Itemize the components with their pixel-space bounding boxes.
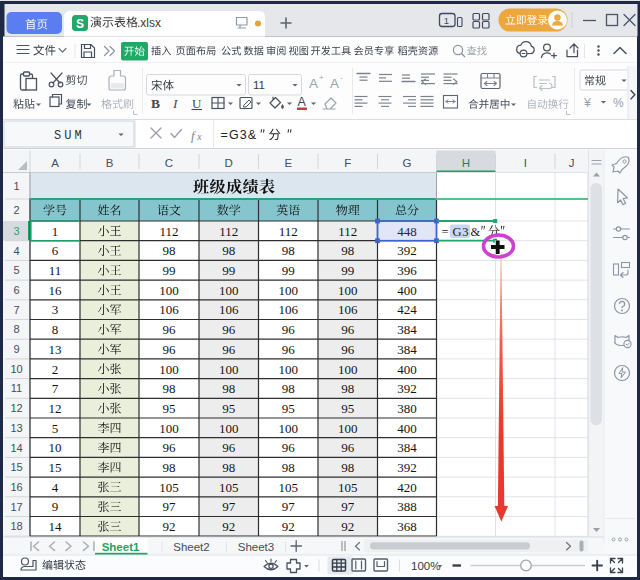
- svg-text:98: 98: [163, 460, 176, 475]
- svg-text:14: 14: [10, 442, 22, 454]
- svg-text:400: 400: [397, 362, 417, 377]
- svg-text:384: 384: [397, 322, 417, 337]
- svg-text:G3: G3: [453, 225, 469, 239]
- svg-text:1: 1: [52, 224, 59, 239]
- svg-text:96: 96: [282, 440, 296, 455]
- svg-text:13: 13: [49, 342, 62, 357]
- svg-text:16: 16: [10, 481, 22, 493]
- svg-text:112: 112: [219, 224, 238, 239]
- svg-text:98: 98: [341, 460, 354, 475]
- svg-text:C: C: [165, 157, 173, 169]
- svg-text:95: 95: [222, 401, 235, 416]
- svg-text:384: 384: [397, 342, 417, 357]
- svg-text:100: 100: [338, 362, 358, 377]
- svg-text:368: 368: [397, 519, 417, 534]
- svg-text:98: 98: [163, 381, 176, 396]
- svg-text:396: 396: [397, 263, 417, 278]
- svg-text:392: 392: [397, 460, 417, 475]
- svg-text:92: 92: [163, 519, 176, 534]
- svg-text:96: 96: [341, 322, 355, 337]
- svg-text:3: 3: [52, 302, 59, 317]
- svg-text:A: A: [298, 95, 307, 109]
- svg-text:9: 9: [13, 343, 19, 355]
- svg-text:7: 7: [13, 304, 19, 316]
- svg-text:1: 1: [444, 15, 449, 26]
- svg-text:10: 10: [49, 440, 62, 455]
- svg-text:92: 92: [341, 519, 354, 534]
- svg-text:SUM: SUM: [54, 129, 85, 143]
- svg-text:10: 10: [10, 363, 22, 375]
- svg-text:Sheet3: Sheet3: [238, 541, 274, 553]
- svg-text:392: 392: [397, 243, 417, 258]
- svg-text:5: 5: [52, 421, 59, 436]
- svg-text:99: 99: [163, 263, 176, 278]
- svg-text:95: 95: [163, 401, 176, 416]
- svg-text:%: %: [613, 96, 624, 110]
- svg-text:100: 100: [279, 421, 299, 436]
- svg-text:96: 96: [163, 440, 177, 455]
- svg-text:3: 3: [13, 225, 19, 237]
- svg-text:B: B: [151, 96, 160, 111]
- svg-text:E: E: [284, 157, 292, 169]
- svg-text:106: 106: [159, 302, 179, 317]
- svg-text:92: 92: [222, 519, 235, 534]
- svg-text:B: B: [106, 157, 114, 169]
- svg-text:F: F: [344, 157, 351, 169]
- svg-text:9: 9: [52, 499, 59, 514]
- svg-text:=G3&: =G3&: [221, 128, 258, 142]
- svg-text:96: 96: [163, 322, 177, 337]
- svg-text:388: 388: [397, 499, 417, 514]
- svg-text:92: 92: [282, 519, 295, 534]
- svg-text:98: 98: [341, 243, 354, 258]
- svg-text:=: =: [442, 225, 449, 239]
- svg-text:380: 380: [397, 401, 417, 416]
- svg-text:98: 98: [222, 381, 235, 396]
- svg-text:A: A: [51, 157, 59, 169]
- svg-text:13: 13: [10, 422, 22, 434]
- svg-text:15: 15: [49, 460, 62, 475]
- svg-text:95: 95: [282, 401, 295, 416]
- svg-text:99: 99: [282, 263, 295, 278]
- svg-text:100: 100: [159, 421, 179, 436]
- svg-text:106: 106: [338, 302, 358, 317]
- svg-text:105: 105: [338, 480, 358, 495]
- svg-text:1: 1: [13, 180, 19, 192]
- svg-text:8: 8: [52, 322, 59, 337]
- svg-text:100: 100: [338, 421, 358, 436]
- svg-text:11: 11: [253, 79, 265, 91]
- svg-text:+: +: [319, 73, 324, 82]
- svg-text:-: -: [340, 73, 343, 82]
- svg-text:100: 100: [338, 283, 358, 298]
- svg-text:6: 6: [52, 243, 59, 258]
- svg-text:98: 98: [282, 460, 295, 475]
- svg-text:8: 8: [13, 323, 19, 335]
- svg-text:95: 95: [341, 401, 354, 416]
- svg-text:96: 96: [222, 322, 236, 337]
- svg-text:15: 15: [10, 461, 22, 473]
- svg-text:98: 98: [341, 381, 354, 396]
- svg-text:400: 400: [397, 283, 417, 298]
- svg-text:G: G: [403, 157, 412, 169]
- svg-text:H: H: [462, 157, 470, 169]
- svg-text:105: 105: [279, 480, 299, 495]
- svg-text:100: 100: [219, 362, 239, 377]
- svg-text:98: 98: [222, 243, 235, 258]
- svg-text:S: S: [76, 17, 84, 31]
- svg-text:4: 4: [52, 480, 59, 495]
- svg-text:11: 11: [11, 382, 22, 394]
- svg-text:100: 100: [219, 283, 239, 298]
- svg-text:x: x: [196, 131, 202, 142]
- svg-text:.xlsx: .xlsx: [137, 16, 161, 30]
- svg-text:100: 100: [159, 283, 179, 298]
- svg-text:18: 18: [10, 520, 22, 532]
- svg-text:97: 97: [163, 499, 177, 514]
- svg-text:96: 96: [163, 342, 177, 357]
- svg-text:97: 97: [341, 499, 355, 514]
- svg-text:96: 96: [222, 342, 236, 357]
- svg-text:99: 99: [341, 263, 354, 278]
- svg-text:105: 105: [219, 480, 239, 495]
- svg-text:424: 424: [397, 302, 417, 317]
- svg-text:98: 98: [163, 243, 176, 258]
- svg-text:12: 12: [10, 402, 22, 414]
- svg-text:97: 97: [282, 499, 296, 514]
